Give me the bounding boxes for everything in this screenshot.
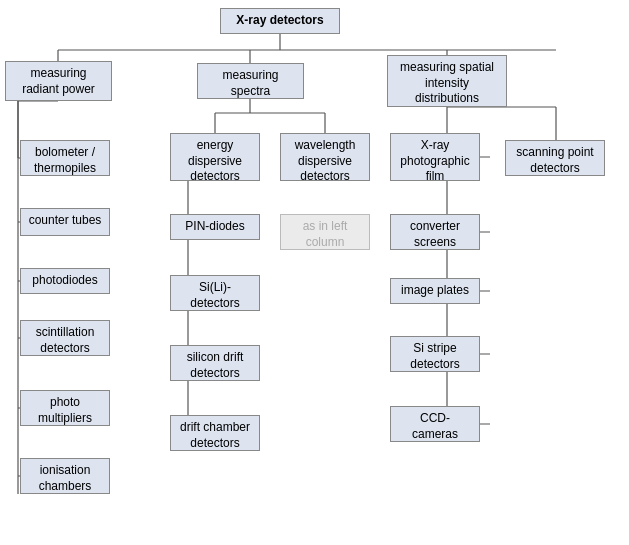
node-si-stripe: Si stripe detectors (390, 336, 480, 372)
diagram: X-ray detectors measuring radiant power … (0, 0, 629, 545)
node-xray-photo-film: X-ray photographic film (390, 133, 480, 181)
node-converter-screens: converter screens (390, 214, 480, 250)
node-measuring-radiant: measuring radiant power (5, 61, 112, 101)
node-si-li: Si(Li)- detectors (170, 275, 260, 311)
node-ccd-cameras: CCD- cameras (390, 406, 480, 442)
node-drift-chamber: drift chamber detectors (170, 415, 260, 451)
node-pin-diodes: PIN-diodes (170, 214, 260, 240)
node-ionisation-chambers: ionisation chambers (20, 458, 110, 494)
node-counter-tubes: counter tubes (20, 208, 110, 236)
node-root: X-ray detectors (220, 8, 340, 34)
node-measuring-spectra: measuring spectra (197, 63, 304, 99)
node-scintillation: scintillation detectors (20, 320, 110, 356)
node-bolometer: bolometer / thermopiles (20, 140, 110, 176)
node-scanning-point: scanning point detectors (505, 140, 605, 176)
node-wavelength-dispersive: wavelength dispersive detectors (280, 133, 370, 181)
node-as-in-left: as in left column (280, 214, 370, 250)
node-photo-multipliers: photo multipliers (20, 390, 110, 426)
node-photodiodes: photodiodes (20, 268, 110, 294)
node-silicon-drift: silicon drift detectors (170, 345, 260, 381)
node-energy-dispersive: energy dispersive detectors (170, 133, 260, 181)
node-image-plates: image plates (390, 278, 480, 304)
node-measuring-spatial: measuring spatial intensity distribution… (387, 55, 507, 107)
